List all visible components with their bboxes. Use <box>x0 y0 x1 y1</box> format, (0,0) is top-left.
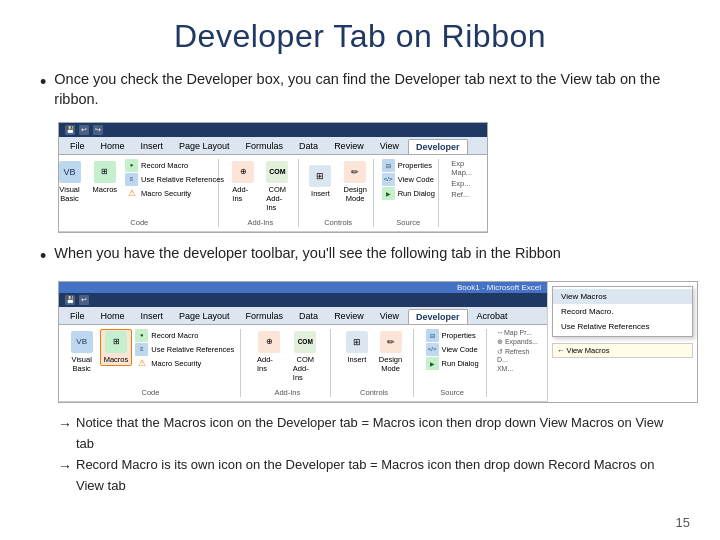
view-macros-item[interactable]: View Macros <box>553 289 692 304</box>
r2-viewcode-icon: </> <box>426 343 439 356</box>
undo-icon[interactable]: ↩ <box>79 125 89 135</box>
visual-basic-btn[interactable]: VB VisualBasic <box>55 159 85 205</box>
record-macro-btn[interactable]: ● Record Macro <box>125 159 224 172</box>
r2-run-icon: ▶ <box>426 357 439 370</box>
exp-label: Exp... <box>451 179 481 188</box>
r2-tab-data[interactable]: Data <box>292 309 325 324</box>
ribbon2-tabs: File Home Insert Page Layout Formulas Da… <box>59 307 547 325</box>
notes-section: → Notice that the Macros icon on the Dev… <box>58 413 680 498</box>
save-icon[interactable]: 💾 <box>65 125 75 135</box>
r2-controls-label: Controls <box>360 386 388 397</box>
r2-tab-acrobat[interactable]: Acrobat <box>470 309 515 324</box>
use-relative-item[interactable]: Use Relative References <box>553 319 692 334</box>
r2-macro-security-btn[interactable]: ⚠ Macro Security <box>135 357 234 370</box>
tab-review[interactable]: Review <box>327 139 371 154</box>
r2-tab-pagelayout[interactable]: Page Layout <box>172 309 237 324</box>
ref-label: Ref... <box>451 190 481 199</box>
r2-tab-developer[interactable]: Developer <box>408 309 468 324</box>
view-code-btn[interactable]: </> View Code <box>382 173 435 186</box>
macros-dropdown: View Macros Record Macro. Use Relative R… <box>552 286 693 337</box>
r2-controls-group: ⊞ Insert ✏ DesignMode Controls <box>339 329 415 397</box>
ribbon-tabs-row: File Home Insert Page Layout Formulas Da… <box>59 137 487 155</box>
redo-icon[interactable]: ↪ <box>93 125 103 135</box>
qat-save-icon[interactable]: 💾 <box>65 295 75 305</box>
r2-xm-label: XM... <box>497 365 541 372</box>
insert-btn[interactable]: ⊞ Insert <box>305 163 335 200</box>
design-mode-btn[interactable]: ✏ DesignMode <box>339 159 370 205</box>
note-text-2: Record Macro is its own icon on the Deve… <box>76 455 680 497</box>
note-text-1: Notice that the Macros icon on the Devel… <box>76 413 680 455</box>
tab-insert[interactable]: Insert <box>134 139 171 154</box>
tab-file[interactable]: File <box>63 139 92 154</box>
addins-group-label: Add-Ins <box>247 216 273 227</box>
tab-data[interactable]: Data <box>292 139 325 154</box>
r2-relative-icon: ≡ <box>135 343 148 356</box>
macro-security-btn[interactable]: ⚠ Macro Security <box>125 187 224 200</box>
r2-tab-insert[interactable]: Insert <box>134 309 171 324</box>
page-title: Developer Tab on Ribbon <box>40 18 680 55</box>
r2-addins-group-label: Add-Ins <box>274 386 300 397</box>
r2-props-col: ⊟Properties </>View Code ▶Run Dialog <box>426 329 479 370</box>
warning-icon: ⚠ <box>125 187 138 200</box>
properties-group: ⊟ Properties </> View Code ▶ Run Dialog … <box>382 159 439 227</box>
r2-macros-btn[interactable]: ⊞ Macros <box>100 329 133 366</box>
screenshot-1: 💾 ↩ ↪ File Home Insert Page Layout Formu… <box>58 122 488 233</box>
addins-group: ⊕ Add-Ins COM COMAdd-Ins Add-Ins <box>227 159 299 227</box>
quick-access-toolbar: 💾 ↩ ↪ <box>59 123 487 137</box>
tab-view[interactable]: View <box>373 139 406 154</box>
r2-properties-btn[interactable]: ⊟Properties <box>426 329 479 342</box>
record-macro-item[interactable]: Record Macro. <box>553 304 692 319</box>
r2-props-icon: ⊟ <box>426 329 439 342</box>
r2-expands-label: ⊕ Expands... <box>497 338 541 346</box>
r2-tab-file[interactable]: File <box>63 309 92 324</box>
r2-tab-formulas[interactable]: Formulas <box>239 309 291 324</box>
qat-2: 💾 ↩ <box>59 293 547 307</box>
title-bar: Book1 - Microsoft Excel <box>59 282 547 293</box>
r2-viewcode-btn[interactable]: </>View Code <box>426 343 479 356</box>
r2-map-group: ↔Map Pr... ⊕ Expands... ↺ Refresh D... X… <box>495 329 541 397</box>
bullet-1: • Once you check the Developer box, you … <box>40 69 680 110</box>
arrow-2: → <box>58 455 72 477</box>
run-icon: ▶ <box>382 187 395 200</box>
r2-addins-btn[interactable]: ⊕ Add-Ins <box>253 329 286 384</box>
r2-record-macro-btn[interactable]: ● Record Macro <box>135 329 234 342</box>
r2-insert-btn[interactable]: ⊞ Insert <box>342 329 372 375</box>
tab-formulas[interactable]: Formulas <box>239 139 291 154</box>
tab-developer[interactable]: Developer <box>408 139 468 154</box>
r2-relative-refs-btn[interactable]: ≡ Use Relative References <box>135 343 234 356</box>
props-icon: ⊟ <box>382 159 395 172</box>
r2-visualbasic-btn[interactable]: VB VisualBasic <box>67 329 97 375</box>
controls-group-label: Controls <box>324 216 352 227</box>
r2-tab-home[interactable]: Home <box>94 309 132 324</box>
tab-page-layout[interactable]: Page Layout <box>172 139 237 154</box>
r2-rundialog-btn[interactable]: ▶Run Dialog <box>426 357 479 370</box>
r2-mappr-label: ↔Map Pr... <box>497 329 541 336</box>
relative-icon: ≡ <box>125 173 138 186</box>
qat-undo-icon[interactable]: ↩ <box>79 295 89 305</box>
r2-tab-view[interactable]: View <box>373 309 406 324</box>
page-number: 15 <box>676 515 690 530</box>
exp-map-label: Exp Map... <box>451 159 481 177</box>
addins-btn[interactable]: ⊕ Add-Ins <box>228 159 258 205</box>
ribbon2-body: VB VisualBasic ⊞ Macros ● Record Macro <box>59 325 547 402</box>
r2-refresh-label: ↺ Refresh D... <box>497 348 541 363</box>
bullet-1-text: Once you check the Developer box, you ca… <box>54 69 680 110</box>
r2-source-group: ⊟Properties </>View Code ▶Run Dialog Sou… <box>422 329 487 397</box>
macros-btn[interactable]: ⊞ Macros <box>89 159 122 196</box>
ribbon-body: VB VisualBasic ⊞ Macros ● Record Macro <box>59 155 487 232</box>
arrow-1: → <box>58 413 72 435</box>
com-addins-btn[interactable]: COM COMAdd-Ins <box>262 159 292 214</box>
controls-group: ⊞ Insert ✏ DesignMode Controls <box>307 159 374 227</box>
run-dialog-btn[interactable]: ▶ Run Dialog <box>382 187 435 200</box>
bullet-dot-2: • <box>40 244 46 269</box>
relative-refs-btn[interactable]: ≡ Use Relative References <box>125 173 224 186</box>
right-group: Exp Map... Exp... Ref... <box>447 159 481 227</box>
r2-code-group: VB VisualBasic ⊞ Macros ● Record Macro <box>65 329 241 397</box>
note-line-1: → Notice that the Macros icon on the Dev… <box>58 413 680 455</box>
r2-tab-review[interactable]: Review <box>327 309 371 324</box>
tab-home[interactable]: Home <box>94 139 132 154</box>
r2-record-icon: ● <box>135 329 148 342</box>
r2-com-addins-btn[interactable]: COM COMAdd-Ins <box>289 329 322 384</box>
r2-design-btn[interactable]: ✏ DesignMode <box>375 329 406 375</box>
properties-btn[interactable]: ⊟ Properties <box>382 159 435 172</box>
